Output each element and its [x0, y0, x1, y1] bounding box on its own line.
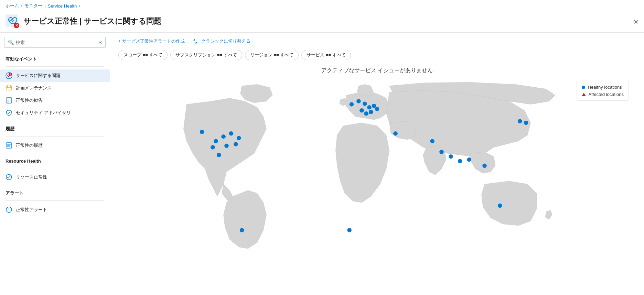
search-box[interactable]: 🔍 «	[4, 37, 106, 48]
security-label: セキュリティ アドバイザリ	[16, 110, 71, 116]
svg-rect-3	[6, 86, 12, 90]
sidebar-item-health-history[interactable]: 正常性の履歴	[0, 139, 110, 152]
filter-scope[interactable]: スコープ == すべて	[118, 50, 168, 60]
create-alert-button[interactable]: + サービス正常性アラートの作成	[118, 38, 185, 44]
healthy-dot	[582, 86, 585, 89]
legend-affected: Affected locations	[582, 92, 624, 97]
toolbar: + サービス正常性アラートの作成 クラシックに切り替える	[118, 38, 636, 44]
svg-point-22	[367, 105, 372, 110]
svg-point-30	[439, 150, 444, 154]
health-alerts-label: 正常性アラート	[16, 207, 47, 213]
svg-point-38	[240, 228, 244, 232]
svg-rect-4	[7, 85, 8, 87]
svg-point-33	[467, 157, 472, 162]
svg-point-27	[369, 110, 373, 114]
close-button[interactable]: ✕	[633, 18, 638, 26]
sidebar-item-health-advisory[interactable]: 正常性の勧告	[0, 94, 110, 107]
sidebar-item-planned-maintenance[interactable]: 計画メンテナンス	[0, 82, 110, 94]
collapse-icon[interactable]: «	[99, 39, 102, 45]
resource-icon	[6, 174, 12, 181]
divider-4	[6, 200, 104, 201]
svg-point-39	[347, 228, 352, 232]
switch-classic-button[interactable]: クラシックに切り替える	[193, 38, 250, 44]
svg-point-13	[229, 131, 234, 136]
divider-2	[6, 136, 104, 136]
switch-icon	[193, 39, 198, 44]
breadcrumb-service-health[interactable]: Service Health	[48, 3, 77, 9]
breadcrumb-pipe: |	[44, 3, 45, 9]
service-issues-icon	[6, 72, 12, 79]
history-label: 正常性の履歴	[16, 142, 43, 149]
breadcrumb: ホーム › モニター | Service Health ›	[0, 0, 644, 12]
map-container: アクティブなサービス イシューがありません	[118, 67, 636, 260]
search-input[interactable]	[16, 40, 96, 45]
legend-healthy: Healthy locations	[582, 85, 624, 90]
alerts-section: アラート	[0, 187, 110, 198]
affected-triangle	[582, 93, 586, 96]
page-title: サービス正常性 | サービスに関する問題	[23, 16, 629, 26]
error-badge: ✕	[14, 23, 19, 28]
advisory-label: 正常性の勧告	[16, 97, 43, 103]
svg-point-29	[430, 139, 434, 143]
svg-point-35	[518, 119, 522, 123]
svg-point-15	[211, 145, 215, 150]
svg-point-19	[350, 102, 354, 107]
filter-region[interactable]: リージョン == すべて	[245, 50, 299, 60]
svg-point-24	[375, 107, 379, 111]
svg-point-16	[224, 144, 229, 148]
svg-point-17	[234, 142, 238, 146]
filter-service[interactable]: サービス == すべて	[301, 50, 351, 60]
svg-point-21	[363, 101, 367, 106]
svg-point-18	[217, 153, 221, 157]
svg-point-34	[482, 164, 487, 168]
svg-point-32	[458, 159, 462, 163]
sidebar: 🔍 « 有効なイベント サービスに関する問題	[0, 33, 110, 295]
world-map	[118, 80, 636, 252]
breadcrumb-home[interactable]: ホーム	[6, 3, 19, 9]
svg-rect-6	[6, 98, 12, 103]
svg-point-20	[356, 99, 361, 103]
svg-point-31	[449, 154, 453, 159]
map-legend: Healthy locations Affected locations	[577, 81, 629, 101]
filter-bar: スコープ == すべて サブスクリプション == すべて リージョン == すべ…	[118, 50, 636, 60]
healthy-label: Healthy locations	[588, 85, 622, 90]
svg-point-25	[359, 108, 364, 113]
filter-subscription[interactable]: サブスクリプション == すべて	[170, 50, 242, 60]
sidebar-item-resource-health[interactable]: リソース正常性	[0, 171, 110, 183]
svg-point-36	[524, 121, 528, 125]
divider-1	[6, 66, 104, 67]
svg-point-26	[364, 111, 369, 116]
active-events-section: 有効なイベント	[0, 53, 110, 64]
main-layout: 🔍 « 有効なイベント サービスに関する問題	[0, 33, 644, 295]
resource-health-label: リソース正常性	[16, 174, 47, 180]
breadcrumb-sep2: ›	[79, 3, 80, 9]
svg-point-12	[221, 134, 226, 139]
maintenance-icon	[6, 85, 12, 91]
sidebar-item-health-alerts[interactable]: 正常性アラート	[0, 204, 110, 216]
breadcrumb-monitor[interactable]: モニター	[24, 3, 42, 9]
sidebar-item-security-advisory[interactable]: セキュリティ アドバイザリ	[0, 107, 110, 119]
advisory-icon	[6, 97, 12, 104]
history-section: 履歴	[0, 123, 110, 133]
svg-point-11	[214, 139, 218, 143]
main-content: + サービス正常性アラートの作成 クラシックに切り替える スコープ == すべて…	[110, 33, 644, 295]
svg-point-37	[498, 204, 502, 208]
breadcrumb-sep1: ›	[21, 3, 22, 9]
affected-label: Affected locations	[589, 92, 624, 97]
maintenance-label: 計画メンテナンス	[16, 85, 52, 91]
resource-health-section: Resource Health	[0, 156, 110, 165]
search-icon: 🔍	[8, 40, 14, 45]
svg-rect-5	[10, 85, 11, 87]
svg-point-23	[372, 104, 376, 108]
service-health-icon: ✕	[6, 14, 19, 28]
security-icon	[6, 109, 12, 116]
sidebar-item-service-issues[interactable]: サービスに関する問題	[0, 69, 110, 82]
page-header: ✕ サービス正常性 | サービスに関する問題 ··· ✕	[0, 12, 644, 33]
divider-3	[6, 168, 104, 168]
svg-point-28	[393, 131, 398, 136]
svg-point-10	[200, 130, 204, 134]
svg-point-14	[237, 136, 241, 140]
history-icon	[6, 142, 12, 149]
alert-icon	[6, 206, 12, 213]
map-no-issues-title: アクティブなサービス イシューがありません	[118, 67, 636, 74]
